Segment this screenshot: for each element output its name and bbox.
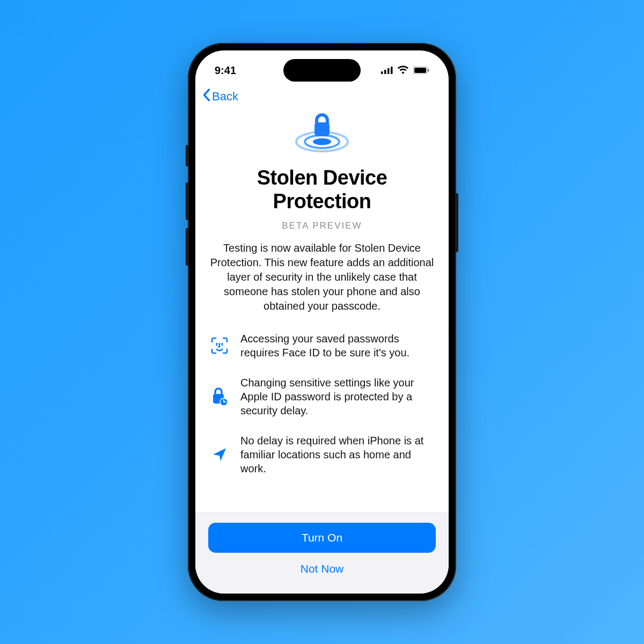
svg-rect-5 — [414, 68, 426, 73]
cellular-icon — [381, 64, 393, 77]
feature-text: Changing sensitive settings like your Ap… — [240, 376, 435, 418]
iphone-device-frame: 9:41 Back — [188, 43, 456, 601]
volume-up-button — [186, 182, 189, 220]
lock-ripple-icon — [292, 111, 352, 157]
back-label: Back — [212, 90, 238, 104]
svg-rect-2 — [387, 68, 390, 74]
chevron-left-icon — [202, 89, 211, 105]
feature-item: No delay is required when iPhone is at f… — [209, 434, 435, 475]
feature-item: Changing sensitive settings like your Ap… — [209, 376, 435, 418]
page-subtitle: BETA PREVIEW — [282, 221, 362, 231]
status-time: 9:41 — [215, 64, 236, 77]
not-now-button[interactable]: Not Now — [208, 561, 436, 576]
scroll-fade — [195, 494, 449, 513]
battery-icon — [413, 64, 429, 77]
back-button[interactable]: Back — [202, 89, 238, 105]
bottom-action-bar: Turn On Not Now — [195, 513, 449, 594]
svg-point-9 — [313, 138, 331, 145]
svg-rect-1 — [384, 70, 386, 74]
feature-text: No delay is required when iPhone is at f… — [240, 434, 435, 475]
location-icon — [209, 446, 230, 463]
svg-rect-0 — [381, 71, 383, 74]
side-button — [455, 193, 458, 252]
lockdelay-icon — [209, 387, 230, 406]
mute-switch — [186, 145, 189, 166]
volume-down-button — [186, 228, 189, 266]
screen: 9:41 Back — [195, 50, 449, 594]
dynamic-island — [283, 59, 361, 82]
navigation-bar: Back — [195, 85, 449, 108]
turn-on-button[interactable]: Turn On — [208, 523, 436, 553]
feature-item: Accessing your saved passwords requires … — [209, 332, 435, 360]
svg-rect-6 — [428, 69, 429, 71]
faceid-icon — [209, 336, 230, 355]
page-description: Testing is now available for Stolen Devi… — [209, 241, 435, 313]
page-title: Stolen Device Protection — [209, 166, 435, 213]
feature-list: Accessing your saved passwords requires … — [209, 332, 435, 475]
svg-rect-3 — [391, 67, 393, 74]
content-scroll[interactable]: Stolen Device Protection BETA PREVIEW Te… — [195, 108, 449, 475]
wifi-icon — [397, 64, 409, 77]
feature-text: Accessing your saved passwords requires … — [240, 332, 435, 360]
